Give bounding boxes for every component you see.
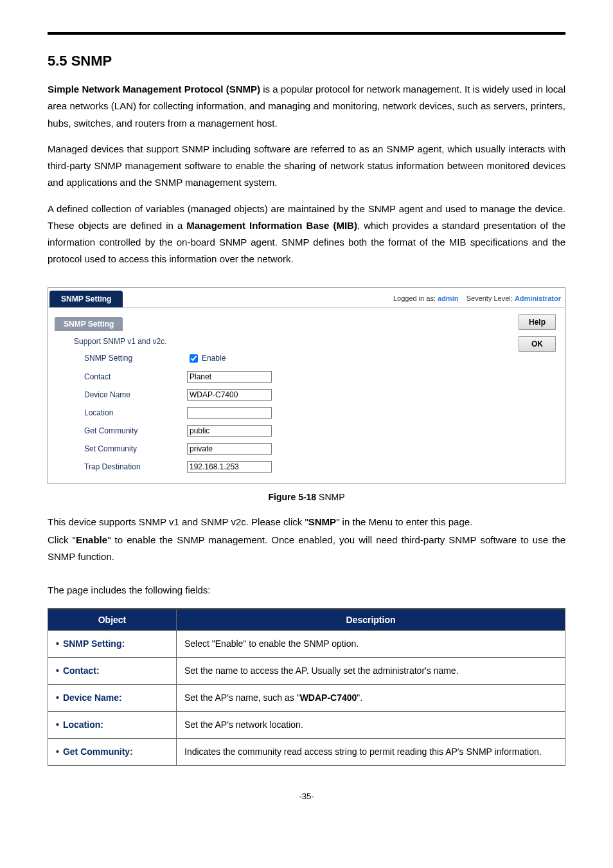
contact-input[interactable] xyxy=(187,371,272,383)
obj-desc: Set the AP's name, such as "WDAP-C7400". xyxy=(177,684,565,711)
severity-value: Administrator xyxy=(515,294,561,302)
obj-label: Contact: xyxy=(63,665,100,676)
trap-input[interactable] xyxy=(187,461,272,473)
table-row: •Contact: Set the name to access the AP.… xyxy=(48,657,565,684)
obj-desc: Indicates the community read access stri… xyxy=(177,738,565,765)
figure-caption-bold: Figure 5-18 xyxy=(268,492,316,502)
location-label: Location xyxy=(84,408,187,417)
obj-label: Location: xyxy=(63,719,103,730)
post-para-2: Click "Enable" to enable the SNMP manage… xyxy=(48,532,565,566)
col-object: Object xyxy=(48,609,177,631)
shot-status: Logged in as: admin Severity Level: Admi… xyxy=(393,294,561,302)
obj-label: SNMP Setting: xyxy=(63,638,125,649)
contact-row: Contact xyxy=(55,368,558,386)
fields-table: Object Description •SNMP Setting: Select… xyxy=(48,608,565,766)
set-community-label: Set Community xyxy=(84,444,187,453)
help-button[interactable]: Help xyxy=(519,314,556,330)
shot-title-tab: SNMP Setting xyxy=(49,291,123,307)
fields-intro: The page includes the following fields: xyxy=(48,582,565,599)
device-name-label: Device Name xyxy=(84,390,187,399)
location-row: Location xyxy=(55,404,558,422)
support-note-row: Support SNMP v1 and v2c. xyxy=(55,334,558,349)
obj-desc: Set the AP's network location. xyxy=(177,711,565,738)
para1-bold: Simple Network Management Protocol (SNMP… xyxy=(48,84,260,95)
trap-label: Trap Destination xyxy=(84,462,187,471)
table-row: •Device Name: Set the AP's name, such as… xyxy=(48,684,565,711)
col-description: Description xyxy=(177,609,565,631)
section-tab: SNMP Setting xyxy=(55,317,123,331)
post1-a: This device supports SNMP v1 and SNMP v2… xyxy=(48,516,308,527)
figure-caption: Figure 5-18 SNMP xyxy=(48,492,565,502)
paragraph-3: A defined collection of variables (manag… xyxy=(48,201,565,268)
obj-label: Get Community: xyxy=(63,746,133,757)
device-name-row: Device Name xyxy=(55,386,558,404)
figure-caption-rest: SNMP xyxy=(316,492,344,502)
section-heading: 5.5 SNMP xyxy=(48,53,565,69)
post2-b: " to enable the SNMP management. Once en… xyxy=(48,534,565,562)
contact-label: Contact xyxy=(84,372,187,381)
post-para-1: This device supports SNMP v1 and SNMP v2… xyxy=(48,514,565,530)
obj-label: Device Name: xyxy=(63,692,122,703)
enable-label: Enable xyxy=(202,354,226,363)
snmp-screenshot: SNMP Setting Logged in as: admin Severit… xyxy=(48,287,565,484)
post1-bold: SNMP xyxy=(308,516,336,527)
post2-bold: Enable xyxy=(76,534,107,545)
logged-user: admin xyxy=(438,294,458,302)
post2-a: Click " xyxy=(48,534,76,545)
location-input[interactable] xyxy=(187,407,272,419)
get-community-row: Get Community xyxy=(55,422,558,440)
post1-b: " in the Menu to enter this page. xyxy=(336,516,472,527)
enable-checkbox[interactable] xyxy=(190,354,198,363)
severity-label: Severity Level: xyxy=(466,294,515,302)
snmp-setting-label: SNMP Setting xyxy=(84,354,187,363)
shot-header: SNMP Setting Logged in as: admin Severit… xyxy=(48,288,565,308)
table-row: •Location: Set the AP's network location… xyxy=(48,711,565,738)
obj-desc: Select "Enable" to enable the SNMP optio… xyxy=(177,630,565,657)
device-name-input[interactable] xyxy=(187,389,272,401)
table-row: •Get Community: Indicates the community … xyxy=(48,738,565,765)
get-community-input[interactable] xyxy=(187,425,272,437)
table-row: •SNMP Setting: Select "Enable" to enable… xyxy=(48,630,565,657)
set-community-input[interactable] xyxy=(187,443,272,455)
snmp-setting-row: SNMP Setting Enable xyxy=(55,349,558,368)
side-buttons: Help OK xyxy=(519,314,556,352)
shot-body: Help OK SNMP Setting Support SNMP v1 and… xyxy=(48,308,565,484)
logged-label: Logged in as: xyxy=(393,294,438,302)
top-rule xyxy=(48,32,565,35)
page-number: -35- xyxy=(48,791,565,801)
get-community-label: Get Community xyxy=(84,426,187,435)
support-note: Support SNMP v1 and v2c. xyxy=(74,337,167,346)
ok-button[interactable]: OK xyxy=(519,336,556,352)
paragraph-2: Managed devices that support SNMP includ… xyxy=(48,141,565,192)
trap-row: Trap Destination xyxy=(55,458,558,476)
set-community-row: Set Community xyxy=(55,440,558,458)
obj-desc: Set the name to access the AP. Usually s… xyxy=(177,657,565,684)
paragraph-1: Simple Network Management Protocol (SNMP… xyxy=(48,81,565,132)
para3-bold: Management Information Base (MIB) xyxy=(186,220,357,231)
